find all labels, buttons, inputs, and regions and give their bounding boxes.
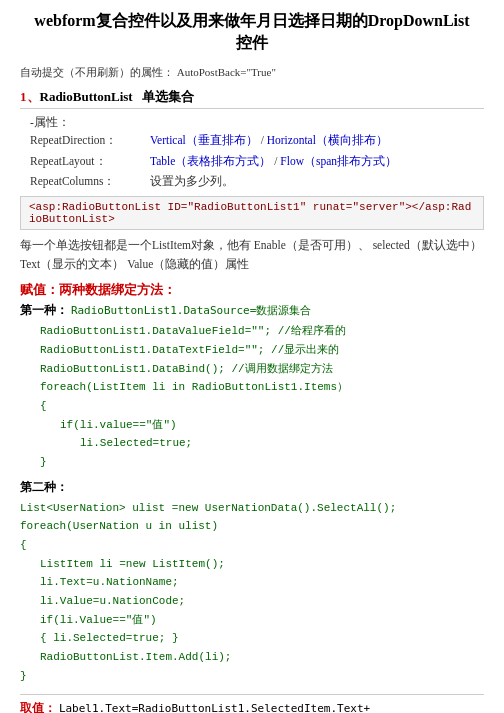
method2-line9: RadioButtonList.Item.Add(li); [40, 648, 484, 667]
properties-block: -属性： RepeatDirection： Vertical（垂直排布） / H… [30, 113, 484, 191]
method1-line9: } [40, 453, 484, 472]
method1-code-block: RadioButtonList1.DataValueField=""; //给程… [40, 322, 484, 472]
binding-title: 赋值：两种数据绑定方法： [20, 281, 484, 299]
method2-line7: if(li.Value=="值") [40, 611, 484, 630]
method1-line7: if(li.value=="值") [60, 416, 484, 435]
method2-line6: li.Value=u.NationCode; [40, 592, 484, 611]
method2-line5: li.Text=u.NationName; [40, 573, 484, 592]
section-header-1: 1、RadioButtonList 单选集合 [20, 88, 484, 109]
method2-line2: foreach(UserNation u in ulist) [20, 517, 484, 536]
method2-line4: ListItem li =new ListItem(); [40, 555, 484, 574]
auto-postback-description: 自动提交（不用刷新）的属性： AutoPostBack="True" [20, 65, 484, 80]
method1-line8: li.Selected=true; [80, 434, 484, 453]
method1-line2: RadioButtonList1.DataValueField=""; //给程… [40, 322, 484, 341]
prop-repeat-columns: RepeatColumns： 设置为多少列。 [30, 172, 484, 190]
binding-section: 赋值：两种数据绑定方法： 第一种： RadioButtonList1.DataS… [20, 281, 484, 685]
section-radiobuttonlist: 1、RadioButtonList 单选集合 -属性： RepeatDirect… [20, 88, 484, 273]
prop-repeat-layout: RepeatLayout： Table（表格排布方式） / Flow（span排… [30, 152, 484, 170]
method1-line6: { [40, 397, 484, 416]
method1-line3: RadioButtonList1.DataTextField=""; //显示出… [40, 341, 484, 360]
prop-repeat-direction: RepeatDirection： Vertical（垂直排布） / Horizo… [30, 131, 484, 149]
listitem-description: 每一个单选按钮都是一个ListItem对象，他有 Enable（是否可用）、 s… [20, 236, 484, 273]
method2-line10: } [20, 667, 484, 686]
page-title: webform复合控件以及用来做年月日选择日期的DropDownList 控件 [20, 10, 484, 55]
method2-code-block: List<UserNation> ulist =new UserNationDa… [20, 499, 484, 686]
method2-line3: { [20, 536, 484, 555]
method2-line1: List<UserNation> ulist =new UserNationDa… [20, 499, 484, 518]
take-value-section: 取值： Label1.Text=RadioButtonList1.Selecte… [20, 694, 484, 714]
binding-method1-label: 第一种： RadioButtonList1.DataSource=数据源集合 [20, 303, 484, 318]
method2-line8: { li.Selected=true; } [40, 629, 484, 648]
binding-method2-label: 第二种： [20, 480, 484, 495]
method1-line4: RadioButtonList1.DataBind(); //调用数据绑定方法 [40, 360, 484, 379]
method1-line5: foreach(ListItem li in RadioButtonList1.… [40, 378, 484, 397]
code-radiobuttonlist: <asp:RadioButtonList ID="RadioButtonList… [20, 196, 484, 230]
